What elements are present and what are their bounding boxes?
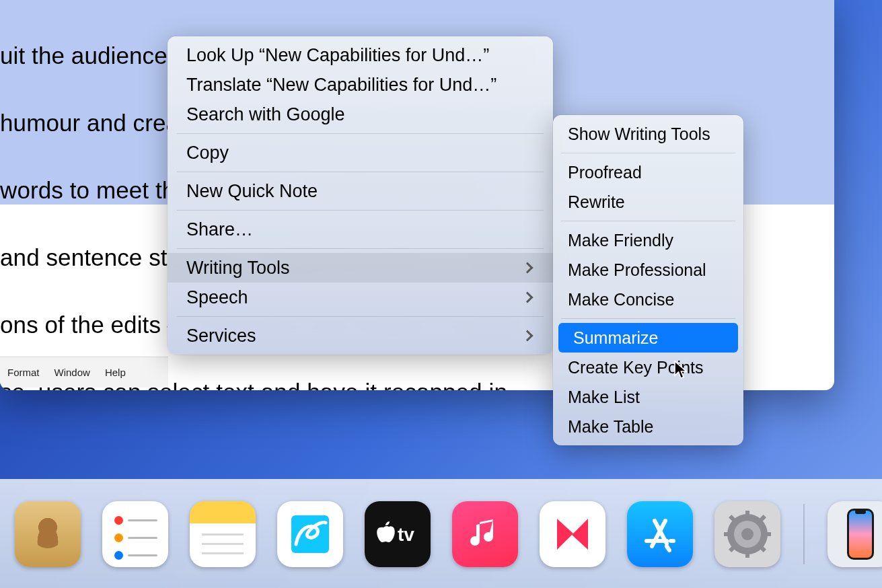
apple-tv-icon: tv xyxy=(376,521,419,548)
menu-item-label: Translate “New Capabilities for Und…” xyxy=(186,70,497,100)
menu-separator xyxy=(177,316,544,317)
menu-item-label: Copy xyxy=(186,138,229,168)
svg-line-6 xyxy=(667,546,669,550)
menu-item-label: Proofread xyxy=(568,157,642,187)
dock-app-iphone-mirroring[interactable] xyxy=(828,501,882,567)
menu-item-label: Services xyxy=(186,321,256,351)
submenu-item-summarize[interactable]: Summarize xyxy=(558,323,738,353)
menu-item-label: Search with Google xyxy=(186,100,345,129)
submenu-item-make-list[interactable]: Make List xyxy=(553,382,743,412)
dock-app-contacts[interactable] xyxy=(15,501,81,567)
dock-app-appstore[interactable] xyxy=(627,501,693,567)
svg-text:tv: tv xyxy=(398,524,414,545)
submenu-item-create-key-points[interactable]: Create Key Points xyxy=(553,353,743,382)
menu-separator xyxy=(561,221,735,221)
menu-item-label: New Quick Note xyxy=(186,176,318,206)
menu-separator xyxy=(177,210,544,211)
menu-item-label: Show Writing Tools xyxy=(568,119,710,149)
submenu-item-show-writing-tools[interactable]: Show Writing Tools xyxy=(553,119,743,149)
menu-item-services[interactable]: Services xyxy=(168,321,553,351)
menu-item-copy[interactable]: Copy xyxy=(168,138,553,168)
writing-tools-submenu: Show Writing Tools Proofread Rewrite Mak… xyxy=(553,115,743,445)
menu-separator xyxy=(177,133,544,134)
context-menu: Look Up “New Capabilities for Und…” Tran… xyxy=(168,36,553,355)
dock-app-tv[interactable]: tv xyxy=(365,501,431,567)
music-note-icon xyxy=(466,515,504,553)
menubar-item-format[interactable]: Format xyxy=(0,357,47,388)
chevron-right-icon xyxy=(522,262,534,274)
menu-item-share[interactable]: Share… xyxy=(168,215,553,244)
menu-separator xyxy=(177,172,544,172)
menu-item-lookup[interactable]: Look Up “New Capabilities for Und…” xyxy=(168,40,553,70)
menu-item-label: Rewrite xyxy=(568,187,625,217)
dock-app-settings[interactable] xyxy=(714,501,780,567)
menu-item-label: Make Table xyxy=(568,412,653,441)
menubar-item-help[interactable]: Help xyxy=(98,357,133,388)
chevron-right-icon xyxy=(522,330,534,342)
dock: tv xyxy=(0,479,882,588)
dock-app-freeform[interactable] xyxy=(277,501,343,567)
svg-rect-10 xyxy=(745,511,749,517)
dock-app-news[interactable] xyxy=(540,501,605,567)
menu-item-search-google[interactable]: Search with Google xyxy=(168,100,553,129)
menu-item-label: Summarize xyxy=(573,323,658,353)
submenu-item-make-concise[interactable]: Make Concise xyxy=(553,285,743,314)
dock-app-notes[interactable] xyxy=(190,501,256,567)
svg-point-9 xyxy=(741,528,754,540)
menubar-item-window[interactable]: Window xyxy=(47,357,98,388)
menu-item-speech[interactable]: Speech xyxy=(168,283,553,312)
submenu-item-make-friendly[interactable]: Make Friendly xyxy=(553,225,743,255)
svg-rect-20 xyxy=(855,510,866,514)
dock-app-reminders[interactable] xyxy=(102,501,168,567)
svg-rect-12 xyxy=(724,532,731,536)
menu-item-label: Make List xyxy=(568,382,640,412)
appstore-icon xyxy=(640,514,680,554)
submenu-item-proofread[interactable]: Proofread xyxy=(553,157,743,187)
news-icon xyxy=(552,513,593,555)
menu-separator xyxy=(561,153,735,153)
menu-item-label: Look Up “New Capabilities for Und…” xyxy=(186,40,489,70)
svg-rect-13 xyxy=(764,532,771,536)
svg-rect-19 xyxy=(849,511,872,558)
menu-item-new-quick-note[interactable]: New Quick Note xyxy=(168,176,553,206)
menu-item-label: Make Professional xyxy=(568,255,706,285)
gear-icon xyxy=(723,509,772,559)
dock-separator xyxy=(803,504,805,564)
menu-item-label: Share… xyxy=(186,215,253,244)
dock-app-music[interactable] xyxy=(452,501,518,567)
freeform-icon xyxy=(289,513,331,555)
submenu-item-make-table[interactable]: Make Table xyxy=(553,412,743,441)
menu-separator xyxy=(561,318,735,319)
menu-item-label: Make Concise xyxy=(568,285,674,314)
menu-item-label: Create Key Points xyxy=(568,353,704,382)
submenu-item-make-professional[interactable]: Make Professional xyxy=(553,255,743,285)
iphone-icon xyxy=(846,507,875,561)
menu-item-translate[interactable]: Translate “New Capabilities for Und…” xyxy=(168,70,553,100)
menu-item-label: Writing Tools xyxy=(186,253,290,283)
chevron-right-icon xyxy=(522,292,534,303)
menu-separator xyxy=(177,248,544,249)
app-menubar: Format Window Help xyxy=(0,357,168,388)
submenu-item-rewrite[interactable]: Rewrite xyxy=(553,187,743,217)
svg-rect-11 xyxy=(745,551,749,558)
menu-item-label: Make Friendly xyxy=(568,225,673,255)
menu-item-label: Speech xyxy=(186,283,248,312)
menu-item-writing-tools[interactable]: Writing Tools xyxy=(168,253,553,283)
